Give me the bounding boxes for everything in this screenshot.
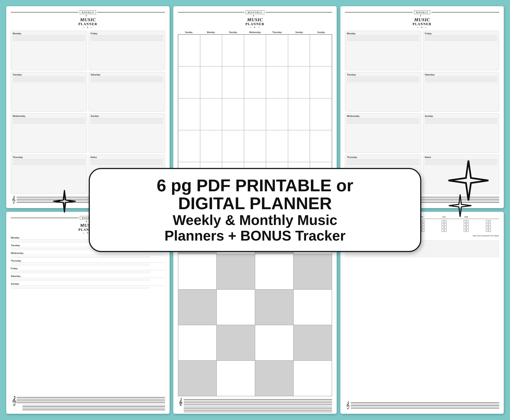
- cal-cell: [222, 35, 244, 66]
- cal-cell: [178, 98, 200, 130]
- day-cell-sunday-tr: Sunday: [423, 113, 499, 153]
- cal-cell: [266, 130, 288, 162]
- cal-cell: [178, 130, 200, 162]
- music-staff-br: 𝄞: [345, 402, 499, 411]
- promo-line2: DIGITAL PLANNER: [106, 195, 404, 212]
- cal-cell: [310, 35, 332, 66]
- weekly-label-tr: WEEKLY: [414, 10, 430, 14]
- gray-cal-cell: [178, 289, 217, 325]
- top-right-title: WEEKLY ✦ MUSIC PLANNER — ✦ —: [345, 10, 499, 29]
- cal-cell: [266, 98, 288, 130]
- gray-cal-cell: [217, 289, 255, 325]
- wide-day-list-bl: Monday Tuesday Wednesday Thursday Friday…: [11, 236, 165, 394]
- music-label-tr: MUSIC: [345, 17, 499, 22]
- cal-cell: [310, 66, 332, 98]
- weekly-label-tl: WEEKLY: [80, 10, 96, 14]
- treble-clef-icon-bl: 𝄞: [12, 396, 17, 405]
- day-cell-tuesday-tl: Tuesday: [11, 72, 87, 112]
- gray-cal-cell: [217, 360, 255, 396]
- day-cell-thursday-tl: Thursday: [11, 155, 87, 194]
- top-left-title: WEEKLY ✦ MUSIC PLANNER — ✦ —: [11, 10, 165, 29]
- cal-cell: [222, 66, 244, 98]
- promo-line3: Weekly & Monthly Music: [106, 212, 404, 228]
- gray-cal-cell: [255, 254, 293, 289]
- planner-label-tr: PLANNER: [345, 22, 499, 26]
- cal-cell: [200, 98, 222, 130]
- day-cell-friday-tl: Friday: [89, 31, 165, 70]
- wide-day-sunday-bl: Sunday: [11, 283, 165, 289]
- planner-label-tc: PLANNER: [178, 22, 332, 26]
- gray-cal-cell: [255, 325, 293, 360]
- gray-cal-cell: [293, 289, 332, 325]
- cal-cell: [288, 35, 310, 66]
- cal-cell: [288, 98, 310, 130]
- cal-cell: [244, 98, 266, 130]
- day-cell-saturday-tr: Saturday: [423, 72, 499, 112]
- cal-cell: [244, 35, 266, 66]
- day-cell-saturday-tl: Saturday: [89, 72, 165, 112]
- cal-cell: [244, 130, 266, 162]
- day-cell-tuesday-tr: Tuesday: [345, 72, 421, 112]
- cal-cell: [200, 130, 222, 162]
- cal-cell: [222, 98, 244, 130]
- planner-label-tl: PLANNER: [11, 22, 165, 26]
- cal-cell: [310, 130, 332, 162]
- day-cell-monday-tl: Monday: [11, 31, 87, 70]
- wide-day-wednesday-bl: Wednesday: [11, 252, 165, 258]
- sparkle-right-small-icon: [448, 193, 473, 219]
- top-center-title: MONTHLY ✦ MUSIC PLANNER — ✦ —: [178, 10, 332, 29]
- day-cell-monday-tr: Monday: [345, 31, 421, 70]
- cal-cell: [288, 130, 310, 162]
- monthly-label-tc: MONTHLY: [246, 10, 264, 14]
- promo-banner: 6 pg PDF PRINTABLE or DIGITAL PLANNER We…: [89, 168, 421, 252]
- double-music-staff-bc: 𝄞 𝄢: [178, 398, 332, 411]
- cal-cell: [310, 98, 332, 130]
- cal-cell: [200, 66, 222, 98]
- cal-cell: [266, 66, 288, 98]
- cal-cell: [244, 66, 266, 98]
- gray-cal-cell: [178, 325, 217, 360]
- gray-cal-cell: [293, 360, 332, 396]
- bass-clef-icon-bc: 𝄢: [179, 402, 182, 407]
- gray-cal-cell: [178, 254, 217, 289]
- gray-cal-cell: [217, 254, 255, 289]
- cal-cell: [200, 35, 222, 66]
- cal-cell: [222, 130, 244, 162]
- promo-line4: Planners + BONUS Tracker: [106, 228, 404, 243]
- wide-day-friday-bl: Friday: [11, 267, 165, 274]
- wide-day-saturday-bl: Saturday: [11, 275, 165, 281]
- gray-cal-cell: [255, 360, 293, 396]
- gray-cal-cell: [217, 325, 255, 360]
- day-cell-wednesday-tr: Wednesday: [345, 113, 421, 153]
- music-label-tc: MUSIC: [178, 17, 332, 22]
- wide-day-thursday-bl: Thursday: [11, 260, 165, 266]
- cal-cell: [266, 35, 288, 66]
- treble-clef-icon-br: 𝄞: [346, 402, 350, 408]
- cal-cell: [178, 35, 200, 66]
- cal-cell: [178, 66, 200, 98]
- gray-cal-cell: [255, 289, 293, 325]
- sparkle-left-icon: [52, 189, 77, 215]
- day-cell-friday-tr: Friday: [423, 31, 499, 70]
- gray-cal-cell: [293, 254, 332, 289]
- cal-cell: [288, 66, 310, 98]
- log-lines-br: [345, 240, 499, 400]
- music-label-tl: MUSIC: [11, 17, 165, 22]
- promo-line1: 6 pg PDF PRINTABLE or: [106, 177, 404, 195]
- gray-cal-cell: [293, 325, 332, 360]
- day-cell-wednesday-tl: Wednesday: [11, 113, 87, 153]
- day-cell-sunday-tl: Sunday: [89, 113, 165, 153]
- gray-cal-cell: [178, 360, 217, 396]
- treble-clef-icon-tl: 𝄞: [12, 196, 15, 203]
- music-staff-bl: 𝄞: [11, 396, 165, 411]
